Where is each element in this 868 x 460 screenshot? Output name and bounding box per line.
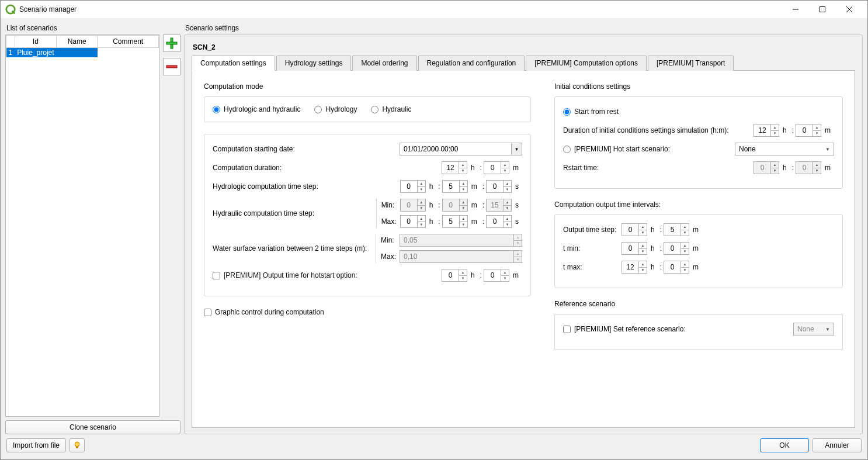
duration-m-input[interactable]: ▲▼ [484,161,509,174]
close-button[interactable] [836,1,863,18]
tmin-m-input[interactable]: ▲▼ [664,242,689,255]
row-header-blank [6,36,15,48]
col-comment[interactable]: Comment [98,36,159,48]
table-row[interactable]: 1 Pluie_projet [6,48,159,58]
add-scenario-button[interactable] [163,34,180,52]
radio-hydrology[interactable]: Hydrology [314,105,357,113]
app-icon [5,4,16,15]
wsv-min-input: ▲▼ [400,234,522,247]
computation-mode-title: Computation mode [204,82,531,91]
scenario-name: SCN_2 [192,41,855,55]
hydra-min-m-input: ▲▼ [442,199,468,212]
minus-icon [165,60,178,73]
select-value: None [797,325,814,333]
cancel-button[interactable]: Annuler [813,438,862,452]
tmax-m-input[interactable]: ▲▼ [664,261,689,274]
svg-rect-10 [76,447,78,448]
rstart-h-input: ▲▼ [754,161,779,174]
init-dur-h-input[interactable]: ▲▼ [754,124,779,137]
import-button[interactable]: Import from file [6,438,66,452]
duration-h-input[interactable]: ▲▼ [442,161,467,174]
unit-m: m [513,164,519,172]
start-date-input[interactable]: ▼ [400,143,522,155]
tab-premium-transport[interactable]: [PREMIUM] Transport [648,56,734,71]
remove-scenario-button[interactable] [163,58,180,75]
hydro-m-input[interactable]: ▲▼ [442,180,468,193]
clone-scenario-button[interactable]: Clone scenario [5,420,180,434]
radio-start-from-rest[interactable]: Start from rest [563,108,619,116]
svg-point-9 [75,442,79,447]
col-id[interactable]: Id [15,36,56,48]
tab-model-ordering[interactable]: Model ordering [352,56,416,71]
tab-premium-options[interactable]: [PREMIUM] Computation options [526,56,647,71]
radio-hydrologic-hydraulic[interactable]: Hydrologic and hydraulic [213,105,300,113]
unit-h: h [471,164,475,172]
dropdown-icon: ▼ [825,327,830,332]
hotstart-m-input[interactable]: ▲▼ [484,269,509,282]
graphic-control-label: Graphic control during computation [215,308,324,316]
output-step-h-input[interactable]: ▲▼ [622,223,647,236]
hotstart-h-input[interactable]: ▲▼ [442,269,467,282]
init-dur-m-input[interactable]: ▲▼ [796,124,821,137]
hydra-max-s-input[interactable]: ▲▼ [486,215,512,228]
col-name[interactable]: Name [57,36,98,48]
maximize-button[interactable] [809,1,836,18]
start-date-label: Computation starting date: [213,145,400,153]
hydra-min-s-input: ▲▼ [486,199,512,212]
tab-computation-settings[interactable]: Computation settings [192,56,275,71]
row-num: 1 [6,48,15,58]
duration-label: Computation duration: [213,164,442,172]
scenario-table[interactable]: Id Name Comment 1 Pluie_projet [5,34,159,417]
tmax-label: t max: [563,263,622,271]
tmin-label: t min: [563,244,622,253]
ref-scenario-checkbox[interactable]: [PREMIUM] Set reference scenario: [563,325,793,333]
settings-title: Scenario settings [184,22,863,34]
ref-title: Reference scenario [554,300,843,308]
tab-hydrology-settings[interactable]: Hydrology settings [276,56,352,71]
output-step-m-input[interactable]: ▲▼ [664,223,689,236]
output-step-label: Output time step: [563,226,622,234]
hydro-h-input[interactable]: ▲▼ [400,180,426,193]
row-comment [57,48,98,58]
graphic-control-checkbox[interactable]: Graphic control during computation [204,308,531,316]
init-dur-label: Duration of initial conditions settings … [563,126,754,134]
ok-button[interactable]: OK [760,438,809,452]
radio-hydraulic[interactable]: Hydraulic [371,105,411,113]
output-title: Computation output time intervals: [554,200,843,209]
radio-hotstart-scenario[interactable]: [PREMIUM] Hot start scenario: [563,145,735,153]
dropdown-icon[interactable]: ▼ [511,143,522,155]
hotstart-output-checkbox[interactable]: [PREMIUM] Output time for hotstart optio… [213,271,442,279]
hydra-step-label: Hydraulic computation time step: [213,209,371,217]
radio-label: Hydraulic [382,105,411,113]
wsv-max-input: ▲▼ [400,250,522,263]
lightbulb-icon [73,441,81,449]
hydra-max-h-input[interactable]: ▲▼ [400,215,426,228]
radio-label: [PREMIUM] Hot start scenario: [574,145,670,153]
rstart-label: Rstart time: [563,164,754,172]
tmin-h-input[interactable]: ▲▼ [622,242,647,255]
select-value: None [739,145,756,153]
hotstart-select[interactable]: None▼ [735,143,834,155]
hotstart-output-label: [PREMIUM] Output time for hotstart optio… [224,271,357,279]
help-button[interactable] [70,438,85,452]
hydra-min-h-input: ▲▼ [400,199,426,212]
svg-rect-3 [820,7,825,12]
minimize-button[interactable] [782,1,809,18]
plus-icon [165,37,178,50]
ref-select[interactable]: None▼ [793,323,834,336]
tab-regulation[interactable]: Regulation and configuration [418,56,525,71]
min-label: Min: [381,201,400,209]
svg-rect-7 [166,42,177,44]
hydra-max-m-input[interactable]: ▲▼ [442,215,468,228]
dropdown-icon: ▼ [825,147,830,152]
max-label: Max: [381,217,400,226]
row-name: Pluie_projet [15,48,56,58]
tmax-h-input[interactable]: ▲▼ [622,261,647,274]
rstart-m-input: ▲▼ [796,161,821,174]
hydro-step-label: Hydrologic computation time step: [213,182,400,191]
svg-rect-8 [166,65,177,68]
ref-label: [PREMIUM] Set reference scenario: [574,325,686,333]
titlebar: Scenario manager [1,1,867,18]
hydro-s-input[interactable]: ▲▼ [486,180,512,193]
radio-label: Hydrology [325,105,357,113]
